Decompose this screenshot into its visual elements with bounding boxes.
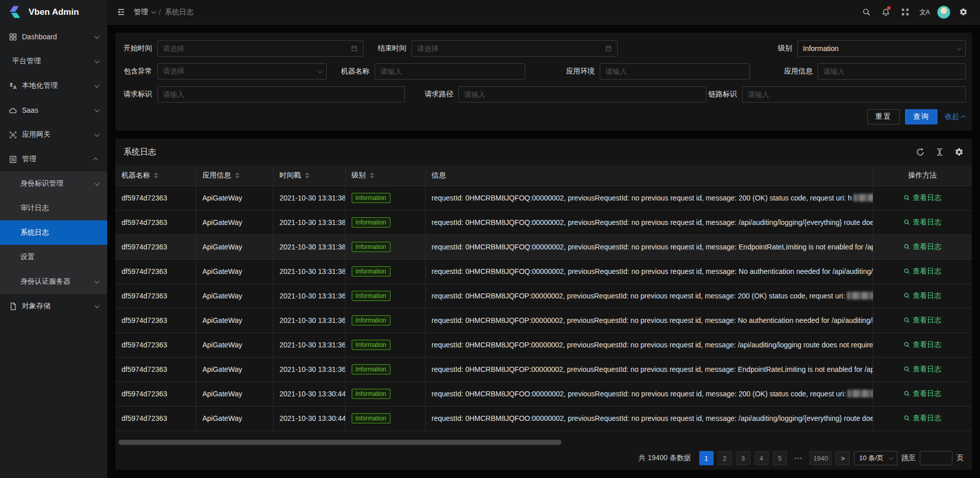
settings-icon[interactable] [953,0,973,24]
column-label: 应用信息 [203,171,231,180]
sort-icon[interactable] [235,172,239,179]
page-button-1940[interactable]: 1940 [810,451,831,465]
sidebar-item-label: 身份认证服务器 [20,277,94,286]
cell-app-info: ApiGateWay [196,235,273,259]
cell-machine-name: df5974d72363 [115,308,196,333]
pagination: 共 19400 条数据 12345•••1940 > 10 条/页 跳至 页 [115,446,972,470]
page-button-2[interactable]: 2 [718,451,732,465]
scrollbar-thumb[interactable] [118,440,561,445]
cell-timestamp: 2021-10-30 13:31:38 [273,235,345,259]
breadcrumb-section[interactable]: 管理 [134,8,155,17]
app-info-field[interactable] [818,63,966,80]
cell-machine-name: df5974d72363 [115,357,196,382]
app-title: Vben Admin [29,7,79,17]
view-log-button[interactable]: 查看日志 [903,365,941,374]
end-time-input[interactable] [417,44,602,53]
has-exception-select[interactable]: 请选择 [157,63,327,80]
chevron-down-icon [151,9,156,14]
page-button-5[interactable]: 5 [773,451,787,465]
sidebar-fold-icon[interactable] [113,5,129,20]
sidebar-item-localization[interactable]: 本地化管理 [0,73,107,98]
view-log-button[interactable]: 查看日志 [903,218,941,227]
cell-timestamp: 2021-10-30 13:31:36 [273,308,345,333]
search-icon[interactable] [856,0,876,24]
sidebar-item-identity-management[interactable]: 身份标识管理 [0,171,107,196]
request-id-field[interactable] [157,86,405,103]
trace-id-input[interactable] [748,90,960,98]
request-path-field[interactable] [458,86,706,103]
view-log-button[interactable]: 查看日志 [903,340,941,349]
app-info-input[interactable] [823,67,960,76]
fullscreen-icon[interactable] [895,0,915,24]
level-tag: Information [352,413,390,423]
next-page-button[interactable]: > [836,451,850,465]
request-path-input[interactable] [464,90,701,98]
chevron-down-icon [94,132,100,137]
column-settings-icon[interactable] [954,147,964,157]
cell-app-info: ApiGateWay [196,186,273,210]
start-time-datepicker[interactable] [157,40,363,57]
end-time-datepicker[interactable] [411,40,618,57]
avatar[interactable] [934,0,953,24]
start-time-input[interactable] [163,44,348,53]
chevron-down-icon [957,45,962,51]
column-header-3[interactable]: 级别 [345,165,425,186]
cell-level: Information [345,357,425,382]
sidebar-item-auth-server[interactable]: 身份认证服务器 [0,269,107,294]
collapse-filter-link[interactable]: 收起 [945,112,966,121]
sidebar-item-saas[interactable]: Saas [0,98,107,122]
column-label: 级别 [352,171,366,180]
sidebar-item-gateway[interactable]: 应用网关 [0,122,107,147]
machine-name-input[interactable] [380,67,520,76]
page-size-select[interactable]: 10 条/页 [854,451,897,465]
view-log-button[interactable]: 查看日志 [903,267,941,276]
sort-icon[interactable] [370,172,374,179]
page-button-4[interactable]: 4 [754,451,769,465]
view-log-button[interactable]: 查看日志 [903,291,941,300]
horizontal-scrollbar[interactable] [117,439,970,445]
sidebar-item-system-log[interactable]: 系统日志 [0,220,107,245]
level-tag: Information [352,242,390,252]
search-button[interactable]: 查询 [905,109,938,124]
machine-name-field[interactable] [375,63,525,80]
column-header-0[interactable]: 机器名称 [115,165,196,186]
column-header-2[interactable]: 时间戳 [273,165,345,186]
app-env-input[interactable] [605,67,744,76]
view-log-button[interactable]: 查看日志 [903,193,941,203]
sidebar-item-platform[interactable]: 平台管理 [0,49,107,73]
reset-button[interactable]: 重置 [867,109,900,124]
level-label: 级别 [776,44,797,53]
column-header-1[interactable]: 应用信息 [196,165,273,186]
sidebar-item-manage[interactable]: 管理 [0,147,107,171]
app-env-field[interactable] [600,63,750,80]
sidebar-item-dashboard[interactable]: Dashboard [0,24,107,49]
sidebar-item-settings[interactable]: 设置 [0,245,107,269]
view-log-button[interactable]: 查看日志 [903,242,941,251]
trace-id-field[interactable] [742,86,966,103]
app-logo[interactable]: Vben Admin [0,0,107,24]
level-tag: Information [352,291,390,301]
view-log-button[interactable]: 查看日志 [903,414,941,423]
cell-operation: 查看日志 [873,308,972,333]
sidebar-item-audit-log[interactable]: 审计日志 [0,196,107,220]
chevron-down-icon [94,107,100,112]
view-log-button[interactable]: 查看日志 [903,389,941,398]
level-tag: Information [352,193,390,203]
sidebar-item-object-storage[interactable]: 对象存储 [0,294,107,318]
cell-app-info: ApiGateWay [196,284,273,308]
page-button-1[interactable]: 1 [699,451,714,465]
table-row: df5974d72363ApiGateWay2021-10-30 13:31:3… [115,333,972,357]
level-select[interactable]: Information [797,40,966,57]
sort-icon[interactable] [154,172,158,179]
bell-icon[interactable] [876,0,895,24]
sort-icon[interactable] [305,172,309,179]
refresh-icon[interactable] [916,147,925,157]
page-button-3[interactable]: 3 [736,451,750,465]
request-id-input[interactable] [163,90,399,98]
translate-icon[interactable]: 文A [915,0,934,24]
row-height-icon[interactable] [935,147,944,157]
page-jump-input[interactable] [920,451,952,465]
app-env-label: 应用环境 [564,67,600,76]
field-request-id: 请求标识 [121,86,405,103]
view-log-button[interactable]: 查看日志 [903,316,941,325]
